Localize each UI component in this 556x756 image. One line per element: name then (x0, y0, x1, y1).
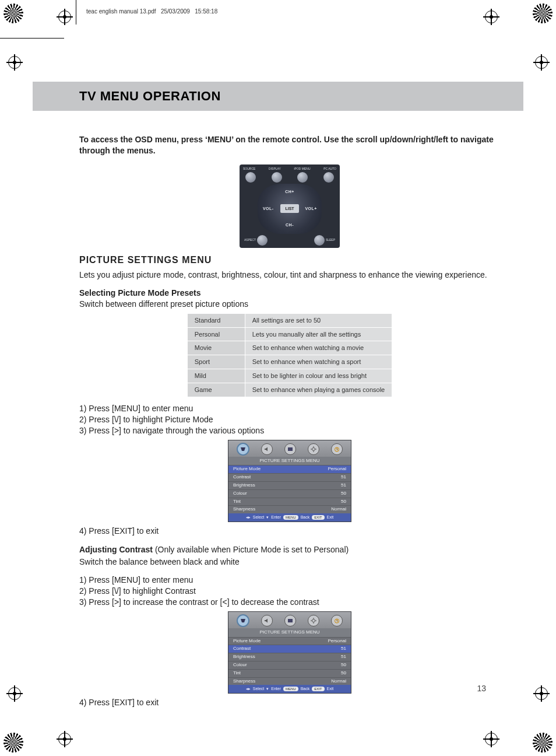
remote-label-display: DISPLAY (269, 167, 281, 171)
preset-name: Game (187, 383, 245, 397)
preset-name: Movie (187, 341, 245, 355)
presets-heading: Selecting Picture Mode Presets (79, 288, 500, 299)
osd-foot-menu-pill: MENU (283, 687, 298, 691)
osd-label: Tint (233, 670, 241, 677)
reg-mark-left-upper-icon (8, 56, 21, 69)
arrows-icon: ◂▸ (246, 514, 251, 520)
step-item: 1) Press [MENU] to enter menu (79, 403, 500, 414)
remote-label-aspect: ASPECT (244, 238, 256, 242)
step-exit-b: 4) Press [EXIT] to exit (79, 697, 500, 708)
osd-foot-exit-pill: EXIT (312, 515, 324, 520)
osd-row: SharpnessNormal (228, 505, 351, 513)
picture-settings-icon (237, 614, 249, 627)
reg-mark-bottom-right-icon (485, 733, 498, 746)
osd-label: Colour (233, 662, 247, 668)
osd-screenshot-picture-mode: PICTURE SETTINGS MENU Picture ModePerson… (228, 440, 351, 522)
remote-label-sleep: SLEEP (326, 238, 335, 242)
osd-title: PICTURE SETTINGS MENU (228, 457, 351, 466)
osd-row: Tint50 (228, 669, 351, 677)
step-exit-a: 4) Press [EXIT] to exit (79, 526, 500, 537)
osd-value: 51 (341, 482, 346, 489)
remote-top-row: SOURCE DISPLAY iPOD MENU PC AUTO (242, 167, 337, 172)
reg-mark-bottom-left-icon (58, 733, 71, 746)
section-heading: PICTURE SETTINGS MENU (79, 254, 500, 267)
osd-title: PICTURE SETTINGS MENU (228, 628, 351, 637)
reg-fan-bottom-right-icon (533, 733, 553, 752)
remote-label-source: SOURCE (243, 167, 255, 171)
steps-list-b: 1) Press [MENU] to enter menu 2) Press [… (79, 575, 500, 608)
table-row: SportSet to enhance when watching a spor… (187, 355, 392, 369)
steps-list-a: 1) Press [MENU] to enter menu 2) Press [… (79, 403, 500, 436)
step-item: 3) Press [>] to increase the contrast or… (79, 597, 500, 608)
crop-line-icon (0, 38, 64, 38)
osd-row: Brightness51 (228, 653, 351, 661)
reg-mark-left-lower-icon (8, 687, 21, 700)
presets-sub: Switch between different preset picture … (79, 299, 500, 310)
osd-foot-back: Back (301, 686, 310, 691)
osd-value: Personal (328, 638, 346, 645)
reg-mark-right-upper-icon (535, 56, 548, 69)
contrast-para: Adjusting Contrast (Only available when … (79, 544, 500, 555)
page-root: teac english manual 13.pdf 25/03/2009 15… (0, 0, 556, 756)
down-arrow-icon: ▾ (266, 686, 269, 691)
meta-date: 25/03/2009 (161, 8, 190, 15)
osd-label: Colour (233, 491, 247, 497)
osd-screenshot-contrast: PICTURE SETTINGS MENU Picture ModePerson… (228, 611, 351, 694)
osd-foot-exit: Exit (327, 514, 334, 520)
page-title: TV MENU OPERATION (79, 89, 523, 104)
osd-foot-exit-pill: EXIT (312, 687, 324, 691)
osd-foot-select: Select (253, 514, 264, 520)
timer-icon (331, 615, 343, 626)
preset-desc: All settings are set to 50 (245, 313, 392, 327)
osd-value: Normal (331, 506, 346, 513)
osd-foot-enter: Enter (271, 514, 281, 520)
remote-small-button-icon (297, 172, 308, 183)
preset-name: Personal (187, 327, 245, 341)
crop-line-icon (76, 0, 76, 24)
preset-name: Mild (187, 369, 245, 383)
channel-settings-icon (284, 443, 296, 455)
preset-desc: Set to enhance when playing a games cons… (245, 383, 392, 397)
contrast-sub: Switch the balance between black and whi… (79, 556, 500, 568)
reg-fan-bottom-left-icon (3, 733, 23, 752)
osd-value: Personal (328, 466, 346, 473)
osd-value: 50 (341, 499, 346, 505)
osd-row: Contrast51 (228, 473, 351, 481)
setup-icon (308, 615, 319, 626)
svg-point-4 (312, 619, 315, 622)
reg-mark-right-lower-icon (535, 687, 548, 700)
osd-footer: ◂▸ Select ▾ Enter MENU Back EXIT Exit (228, 513, 351, 521)
remote-label-pcauto: PC AUTO (323, 167, 336, 171)
remote-up-label: CH+ (285, 189, 294, 194)
step-item: 1) Press [MENU] to enter menu (79, 575, 500, 586)
osd-label: Sharpness (233, 506, 255, 513)
channel-settings-icon (284, 615, 296, 626)
osd-icon-row (228, 612, 351, 628)
reg-mark-top-left-icon (58, 10, 71, 23)
osd-label: Tint (233, 499, 241, 505)
remote-center-label: LIST (280, 204, 298, 213)
remote-left-label: VOL- (263, 206, 274, 211)
osd-foot-back: Back (301, 514, 310, 520)
remote-small-button-icon (323, 172, 334, 183)
sound-settings-icon (261, 615, 273, 626)
preset-name: Sport (187, 355, 245, 369)
svg-point-1 (312, 447, 315, 450)
reg-fan-top-left-icon (3, 4, 23, 23)
remote-bottom-row: ASPECT SLEEP (242, 234, 337, 247)
page-title-bar: TV MENU OPERATION (33, 82, 523, 111)
contrast-note: (Only available when Picture Mode is set… (155, 545, 349, 554)
sound-settings-icon (261, 443, 273, 455)
intro-text: To access the OSD menu, press ‘MENU’ on … (79, 134, 500, 156)
osd-icon-row (228, 440, 351, 457)
content-area: TV MENU OPERATION To access the OSD menu… (33, 82, 523, 708)
osd-label: Brightness (233, 654, 255, 660)
osd-value: 51 (341, 654, 346, 660)
contrast-heading: Adjusting Contrast (79, 545, 153, 554)
osd-value: 50 (341, 491, 346, 497)
remote-small-button-icon (257, 235, 268, 246)
remote-down-label: CH- (286, 222, 294, 228)
remote-dpad-illustration: SOURCE DISPLAY iPOD MENU PC AUTO CH+ VOL… (240, 164, 340, 248)
table-row: GameSet to enhance when playing a games … (187, 383, 392, 397)
remote-right-label: VOL+ (305, 206, 316, 211)
